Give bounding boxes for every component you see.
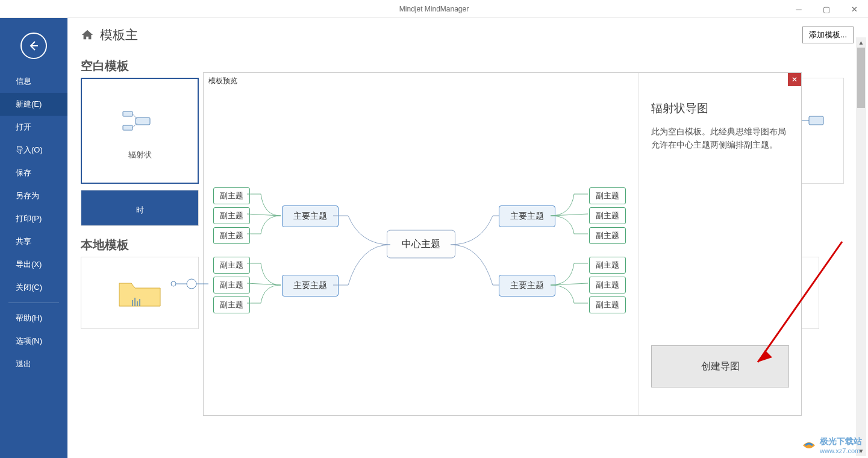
home-icon[interactable] bbox=[81, 28, 94, 42]
mm-sub-node: 副主题 bbox=[213, 207, 250, 224]
sidebar-item-import[interactable]: 导入(O) bbox=[0, 139, 67, 162]
vertical-scrollbar[interactable]: ▲ ▼ bbox=[856, 37, 866, 456]
dialog-close-button[interactable]: ✕ bbox=[788, 73, 801, 86]
mm-sub-node: 副主题 bbox=[589, 277, 626, 293]
window-title: Mindjet MindManager bbox=[399, 5, 469, 13]
template-card-label: 时 bbox=[136, 205, 144, 216]
template-card-radial[interactable]: 辐射状 bbox=[81, 78, 199, 184]
back-button[interactable] bbox=[20, 33, 47, 59]
scroll-up-arrow[interactable]: ▲ bbox=[856, 37, 866, 48]
sidebar-item-share[interactable]: 共享 bbox=[0, 230, 67, 253]
create-map-button[interactable]: 创建导图 bbox=[651, 345, 789, 387]
svg-point-29 bbox=[187, 279, 196, 289]
mm-sub-node: 副主题 bbox=[213, 227, 250, 244]
sidebar-item-options[interactable]: 选项(N) bbox=[0, 330, 67, 353]
info-title: 辐射状导图 bbox=[651, 101, 789, 116]
mm-sub-node: 副主题 bbox=[213, 187, 250, 204]
mm-sub-node: 副主题 bbox=[589, 187, 626, 204]
relationship-handle bbox=[167, 277, 210, 291]
svg-rect-9 bbox=[809, 116, 823, 125]
mm-center-node: 中心主题 bbox=[387, 230, 455, 259]
arrow-left-icon bbox=[28, 40, 40, 52]
scroll-thumb[interactable] bbox=[857, 48, 865, 108]
sidebar-item-help[interactable]: 帮助(H) bbox=[0, 307, 67, 330]
local-template-card[interactable] bbox=[81, 257, 199, 329]
sidebar-item-open[interactable]: 打开 bbox=[0, 116, 67, 139]
section-heading-blank: 空白模板 bbox=[81, 58, 868, 74]
svg-rect-2 bbox=[123, 125, 133, 130]
main-layout: 信息 新建(E) 打开 导入(O) 保存 另存为 打印(P) 共享 导出(X) … bbox=[0, 18, 868, 458]
mm-sub-node: 副主题 bbox=[589, 227, 626, 244]
mm-main-node: 主要主题 bbox=[499, 275, 555, 296]
template-card-timeline[interactable]: 时 bbox=[81, 190, 199, 226]
watermark-logo-icon bbox=[801, 437, 817, 454]
svg-line-4 bbox=[133, 123, 137, 128]
sidebar-item-saveas[interactable]: 另存为 bbox=[0, 184, 67, 207]
sidebar-item-info[interactable]: 信息 bbox=[0, 70, 67, 93]
close-button[interactable]: ✕ bbox=[840, 0, 868, 18]
titlebar: Mindjet MindManager ─ ▢ ✕ bbox=[0, 0, 868, 18]
svg-rect-0 bbox=[136, 118, 150, 125]
page-title: 模板主 bbox=[100, 27, 138, 43]
mm-sub-node: 副主题 bbox=[589, 207, 626, 224]
template-card-label: 辐射状 bbox=[128, 149, 152, 160]
preview-canvas: 中心主题 主要主题 主要主题 主要主题 主要主题 副主题 副主题 副主题 副主题… bbox=[204, 73, 639, 415]
sidebar-separator bbox=[8, 303, 59, 303]
sidebar: 信息 新建(E) 打开 导入(O) 保存 另存为 打印(P) 共享 导出(X) … bbox=[0, 18, 67, 458]
add-template-button[interactable]: 添加模板... bbox=[802, 27, 854, 43]
content-area: 模板主 添加模板... 空白模板 辐射状 bbox=[67, 18, 868, 458]
radial-thumb-icon bbox=[120, 101, 159, 140]
window-controls: ─ ▢ ✕ bbox=[785, 0, 868, 18]
info-description: 此为空白模板。此经典思维导图布局允许在中心主题两侧编排副主题。 bbox=[651, 125, 789, 152]
mm-sub-node: 副主题 bbox=[589, 296, 626, 313]
maximize-button[interactable]: ▢ bbox=[813, 0, 840, 18]
mm-main-node: 主要主题 bbox=[282, 205, 339, 227]
mm-sub-node: 副主题 bbox=[213, 296, 250, 313]
svg-rect-1 bbox=[123, 111, 133, 116]
sidebar-item-close[interactable]: 关闭(C) bbox=[0, 276, 67, 299]
svg-point-27 bbox=[171, 281, 176, 286]
watermark: 极光下载站 www.xz7.com bbox=[801, 436, 862, 454]
info-panel: 辐射状导图 此为空白模板。此经典思维导图布局允许在中心主题两侧编排副主题。 创建… bbox=[639, 73, 801, 415]
sidebar-item-save[interactable]: 保存 bbox=[0, 162, 67, 184]
page-header: 模板主 bbox=[67, 18, 868, 47]
sidebar-item-print[interactable]: 打印(P) bbox=[0, 207, 67, 230]
folder-icon bbox=[116, 275, 164, 311]
mm-sub-node: 副主题 bbox=[213, 277, 250, 293]
mm-main-node: 主要主题 bbox=[499, 205, 555, 227]
sidebar-item-exit[interactable]: 退出 bbox=[0, 353, 67, 375]
template-preview-dialog: 模板预览 ✕ 中心主题 主要主题 主要主题 主要主题 主要主题 副主题 副主题 … bbox=[203, 72, 802, 416]
sidebar-item-new[interactable]: 新建(E) bbox=[0, 93, 67, 116]
mm-sub-node: 副主题 bbox=[213, 257, 250, 274]
mm-sub-node: 副主题 bbox=[589, 257, 626, 274]
svg-line-3 bbox=[133, 114, 137, 119]
sidebar-item-export[interactable]: 导出(X) bbox=[0, 253, 67, 276]
scroll-down-arrow[interactable]: ▼ bbox=[856, 446, 866, 456]
mm-main-node: 主要主题 bbox=[282, 275, 339, 296]
minimize-button[interactable]: ─ bbox=[785, 0, 813, 18]
